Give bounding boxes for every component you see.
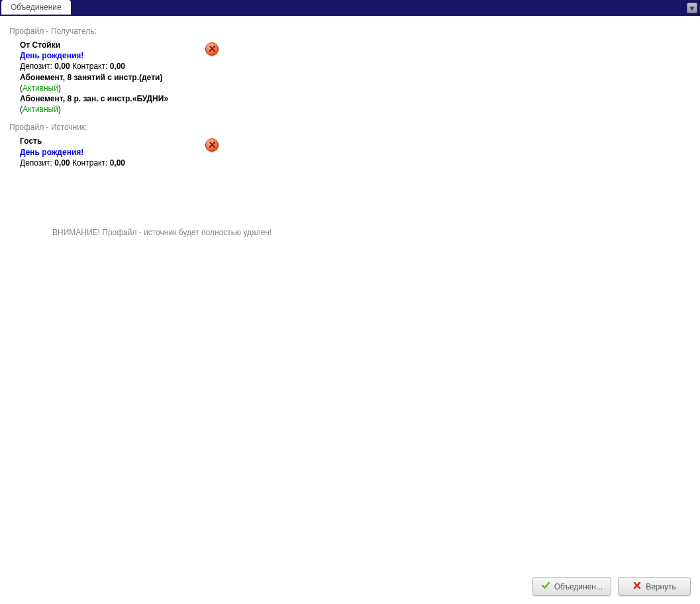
- subscription-title: Абонемент, 8 занятий с инстр.(дети): [20, 72, 691, 83]
- source-name: Гость: [20, 136, 691, 146]
- footer-buttons: Объединен... Вернуть: [532, 577, 691, 596]
- merge-button[interactable]: Объединен...: [532, 577, 611, 596]
- source-birthday-link[interactable]: День рождения!: [20, 147, 691, 158]
- subscription-status-line: (Активный): [20, 83, 691, 93]
- deposit-value: 0,00: [54, 158, 70, 168]
- check-icon: [541, 581, 550, 592]
- tab-label: Объединение: [11, 3, 62, 12]
- close-icon: [209, 140, 215, 150]
- receiver-section-label: Профайл - Получатель:: [9, 26, 691, 36]
- cancel-icon: [632, 581, 642, 592]
- receiver-profile-block: От Стойки День рождения! Депозит: 0,00 К…: [20, 40, 691, 115]
- subscription-status: Активный: [23, 105, 58, 114]
- subscription-status: Активный: [23, 83, 58, 93]
- deposit-label: Депозит:: [20, 158, 52, 168]
- chevron-down-icon: [689, 3, 695, 13]
- deposit-label: Депозит:: [20, 62, 52, 71]
- source-balance-line: Депозит: 0,00 Контракт: 0,00: [20, 158, 691, 168]
- source-profile-block: Гость День рождения! Депозит: 0,00 Контр…: [20, 136, 691, 168]
- warning-text: ВНИМАНИЕ! Профайл - источник будет полно…: [52, 228, 691, 237]
- receiver-birthday-link[interactable]: День рождения!: [20, 50, 691, 61]
- content-area: Профайл - Получатель: От Стойки День рож…: [0, 16, 700, 244]
- subscription-status-line: (Активный): [20, 104, 691, 115]
- contract-value: 0,00: [110, 62, 125, 71]
- header-bar: Объединение: [0, 0, 700, 16]
- source-section-label: Профайл - Источник:: [9, 123, 691, 132]
- deposit-value: 0,00: [54, 62, 70, 71]
- close-icon: [209, 44, 215, 54]
- cancel-button-label: Вернуть: [646, 582, 676, 591]
- tab-dropdown-button[interactable]: [687, 3, 697, 13]
- merge-button-label: Объединен...: [554, 582, 603, 591]
- contract-label: Контракт:: [72, 158, 107, 168]
- remove-receiver-button[interactable]: [205, 42, 219, 56]
- cancel-button[interactable]: Вернуть: [618, 577, 691, 596]
- subscription-title: Абонемент, 8 р. зан. с инстр.«БУДНИ»: [20, 93, 691, 104]
- tab-merge[interactable]: Объединение: [1, 0, 71, 15]
- contract-value: 0,00: [110, 158, 125, 168]
- contract-label: Контракт:: [72, 62, 107, 71]
- receiver-balance-line: Депозит: 0,00 Контракт: 0,00: [20, 61, 691, 72]
- receiver-name: От Стойки: [20, 40, 691, 50]
